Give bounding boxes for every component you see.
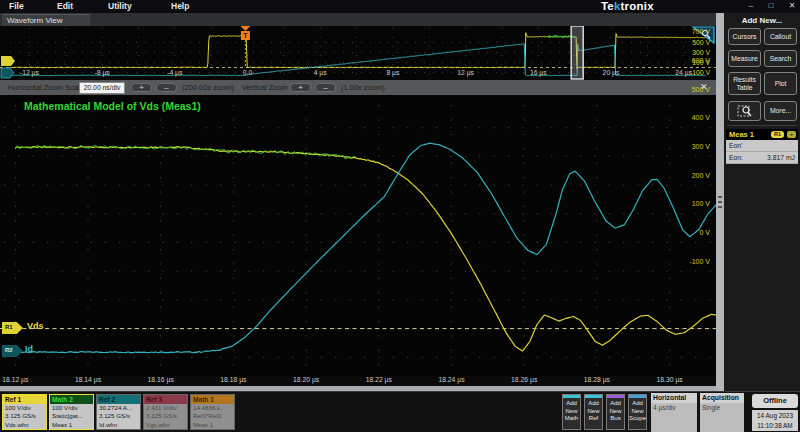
main-voltage-tick: 700 V — [674, 28, 710, 35]
acquisition-mode-value: Single — [700, 403, 744, 432]
accent-strip — [585, 395, 602, 398]
main-voltage-tick: -100 V — [674, 258, 710, 265]
add-new-scope-button[interactable]: AddNewScope — [628, 394, 647, 430]
offline-status-button[interactable]: Offline — [752, 394, 798, 408]
v-zoom-plus-button[interactable]: + — [290, 83, 311, 92]
main-waveforms — [0, 95, 716, 376]
overview-time-tick: -8 µs — [82, 69, 122, 76]
overview-voltage-tick: 300 V — [676, 49, 710, 56]
meas1-row-eon: Eon: 3.817 mJ — [726, 152, 798, 164]
main-time-tick: 18.18 µs — [211, 376, 255, 383]
overview-time-tick: 8 µs — [373, 69, 413, 76]
add-new-ref-button[interactable]: AddNewRef — [584, 394, 603, 430]
restore-icon[interactable]: □ — [764, 1, 778, 10]
badge-line: Static[gat... — [52, 412, 83, 419]
date-text: 14 Aug 2023 — [757, 412, 793, 419]
menu-utility[interactable]: Utility — [108, 0, 132, 11]
menu-help[interactable]: Help — [171, 0, 189, 11]
badge-line: Vds.wfm — [5, 421, 29, 428]
acquisition-title: Acquisition — [700, 393, 744, 403]
main-time-tick: 18.16 µs — [139, 376, 183, 383]
overview-time-tick: 12 µs — [446, 69, 486, 76]
overview-time-tick: 20 µs — [591, 69, 631, 76]
measure-button[interactable]: Measure — [728, 50, 761, 67]
add-new-math-button[interactable]: AddNewMath — [562, 394, 581, 430]
vds-trace-label: Vds — [27, 321, 44, 331]
main-voltage-tick: 300 V — [674, 143, 710, 150]
badge-line: Vgs.wfm — [146, 421, 170, 428]
badge-line: Meas 1 — [52, 421, 72, 428]
badge-ref1[interactable]: Ref 1 100 V/div 3.125 GS/s Vds.wfm — [2, 394, 47, 430]
meas1-source-badge[interactable]: R1 — [771, 131, 784, 138]
badge-line: Id.wfm — [99, 421, 117, 428]
main-time-tick: 18.14 µs — [66, 376, 110, 383]
badge-math1[interactable]: Math 1 14.4836 k... Ref1*Ref2 Meas 1 — [190, 394, 235, 430]
add-new-bus-button[interactable]: AddNewBus — [606, 394, 625, 430]
meas1-row1-label: Eon: — [729, 154, 743, 161]
main-voltage-tick: 400 V — [674, 114, 710, 121]
zoom-window-indicator[interactable] — [571, 26, 583, 79]
meas1-row0-label: Eon' — [729, 142, 742, 149]
badge-ref1-title: Ref 1 — [3, 395, 46, 404]
overview-plot[interactable]: T -12 µs-8 µs-4 µs0.04 µs8 µs12 µs16 µs2… — [0, 26, 716, 80]
badge-line: Ref1*Ref2 — [193, 412, 222, 419]
horizontal-settings-panel[interactable]: Horizontal 4 µs/div — [651, 393, 697, 431]
badge-math2-title: Math 2 — [50, 395, 93, 404]
right-sidebar: Add New... Cursors Callout Measure Searc… — [724, 13, 800, 391]
more-button[interactable]: More... — [764, 101, 797, 121]
divider-handle-icon[interactable] — [718, 196, 722, 210]
tektronix-logo: Tektronix — [601, 0, 687, 12]
acquisition-settings-panel[interactable]: Acquisition Single — [700, 393, 744, 431]
badge-line: 3.125 GS/s — [99, 412, 130, 419]
badge-ref2[interactable]: Ref 2 30.2724 A... 3.125 GS/s Id.wfm — [96, 394, 141, 430]
h-zoom-scale-input[interactable]: 20.00 ns/div — [79, 82, 125, 94]
id-trace-label: Id — [25, 344, 33, 354]
main-voltage-tick: 500 V — [674, 86, 710, 93]
main-time-tick: 18.30 µs — [648, 376, 692, 383]
minimize-icon[interactable]: – — [744, 1, 758, 10]
meas1-row1-value: 3.817 mJ — [767, 154, 795, 161]
main-time-tick: 18.24 µs — [430, 376, 474, 383]
accent-strip — [629, 395, 646, 398]
search-button[interactable]: Search — [764, 50, 797, 67]
time-text: 11:10:38 AM — [757, 422, 792, 429]
v-zoom-factor: (1.00x zoom) — [341, 83, 385, 92]
badge-line: 2.431 V/div — [146, 404, 177, 411]
meas1-header: Meas 1 R1 + — [726, 129, 798, 140]
callout-button[interactable]: Callout — [764, 28, 797, 45]
zoom-control-bar: Horizontal Zoom Scale 20.00 ns/div + – (… — [0, 80, 716, 95]
main-voltage-tick: 100 V — [674, 200, 710, 207]
badge-math2[interactable]: Math 2 100 V/div Static[gat... Meas 1 — [49, 394, 94, 430]
accent-strip — [607, 395, 624, 398]
overview-r1-marker[interactable] — [1, 56, 15, 66]
panel-divider[interactable] — [716, 13, 724, 391]
meas1-add-icon[interactable]: + — [787, 131, 796, 138]
main-grid — [4, 105, 712, 370]
h-zoom-minus-button[interactable]: – — [156, 83, 177, 92]
main-time-tick: 18.12 µs — [0, 376, 37, 383]
menu-edit[interactable]: Edit — [57, 0, 73, 11]
main-time-tick: 18.28 µs — [575, 376, 619, 383]
v-zoom-minus-button[interactable]: – — [315, 83, 336, 92]
close-icon[interactable]: ✕ — [785, 1, 799, 10]
main-vds-trace — [15, 147, 716, 351]
meas1-results-panel[interactable]: Meas 1 R1 + Eon' Eon: 3.817 mJ — [726, 129, 798, 164]
badge-line: 100 V/div — [52, 404, 78, 411]
badge-line: 14.4836 k... — [193, 404, 225, 411]
main-time-tick: 18.20 µs — [284, 376, 328, 383]
main-waveform-plot[interactable]: Mathematical Model of Vds (Meas1) 700 V6… — [0, 95, 716, 376]
plot-button[interactable]: Plot — [764, 72, 797, 95]
trigger-arrow-icon — [240, 26, 250, 31]
zoom-select-icon — [737, 104, 753, 118]
tab-waveform-view[interactable]: Waveform View — [2, 14, 90, 26]
add-new-header: Add New... — [724, 16, 800, 25]
badge-ref3-title: Ref 3 — [144, 395, 187, 404]
horizontal-scale-value: 4 µs/div — [651, 403, 697, 432]
results-table-button[interactable]: Results Table — [728, 72, 761, 95]
badge-ref3[interactable]: Ref 3 2.431 V/div 3.125 GS/s Vgs.wfm — [143, 394, 188, 430]
h-zoom-plus-button[interactable]: + — [131, 83, 152, 92]
menu-file[interactable]: File — [9, 0, 24, 11]
cursors-button[interactable]: Cursors — [728, 28, 761, 45]
overview-voltage-tick: -100 V — [676, 69, 710, 76]
zoom-select-button[interactable] — [728, 101, 761, 121]
